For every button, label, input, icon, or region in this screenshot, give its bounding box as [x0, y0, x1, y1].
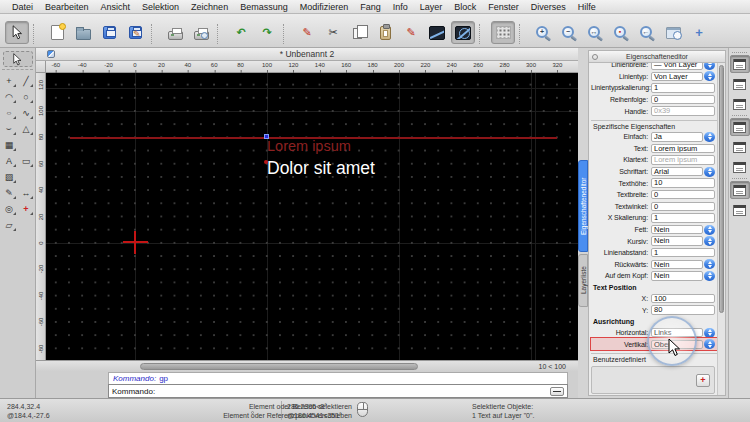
- reihenfolge-field[interactable]: 0: [651, 95, 715, 105]
- zoom-selection-button[interactable]: ▪: [609, 21, 633, 44]
- panel-menu-icon[interactable]: [592, 54, 598, 60]
- x-field[interactable]: 100: [651, 294, 715, 304]
- command-line-dock-toggle[interactable]: [730, 181, 750, 199]
- add-custom-property-button[interactable]: +: [696, 374, 710, 387]
- command-options-button[interactable]: [550, 387, 564, 396]
- schriftart-dropdown-button[interactable]: [704, 167, 715, 177]
- grid-toggle[interactable]: [491, 21, 515, 44]
- horizontal-scrollbar-thumb[interactable]: [140, 363, 418, 370]
- selected-text-entity[interactable]: Lorem ipsum: [267, 139, 351, 154]
- misc-draw-tool[interactable]: ✎: [1, 185, 17, 200]
- draft-mode-toggle[interactable]: [451, 21, 475, 44]
- solid-tool[interactable]: ▱: [1, 217, 17, 232]
- spline-tool[interactable]: ∿: [18, 105, 34, 120]
- polyline-tool[interactable]: ⌣: [1, 121, 17, 136]
- redo-button[interactable]: ↷: [255, 21, 279, 44]
- screen-linetypes-toggle[interactable]: [425, 21, 449, 44]
- dimension-tool[interactable]: ↔: [18, 185, 34, 200]
- menu-selektion[interactable]: Selektion: [136, 2, 185, 12]
- menu-hilfe[interactable]: Hilfe: [572, 2, 602, 12]
- draw-text-button[interactable]: ✎: [399, 21, 423, 44]
- zoom-window-button[interactable]: [661, 21, 685, 44]
- print-preview-button[interactable]: [189, 21, 213, 44]
- copy-button[interactable]: [347, 21, 371, 44]
- view-list-dock-toggle[interactable]: [730, 95, 750, 113]
- textbreite-field[interactable]: 0: [651, 190, 715, 200]
- horizontal-dropdown-button[interactable]: [704, 328, 715, 338]
- kursiv-dropdown-button[interactable]: [704, 236, 715, 246]
- menu-info[interactable]: Info: [387, 2, 414, 12]
- rückwärts-dropdown-button[interactable]: [704, 259, 715, 269]
- x-skalierung-field[interactable]: 1: [651, 213, 715, 223]
- document-title-bar[interactable]: * Unbenannt 2: [36, 48, 578, 61]
- layer-list-dock-toggle[interactable]: [730, 75, 750, 93]
- vertikal-field[interactable]: Oben: [651, 340, 703, 350]
- fett-dropdown-button[interactable]: [704, 225, 715, 235]
- textwinkel-field[interactable]: 0: [651, 202, 715, 212]
- edit-button[interactable]: ✎: [295, 21, 319, 44]
- point-tool[interactable]: +: [1, 73, 17, 88]
- shape-tool[interactable]: △: [18, 121, 34, 136]
- auf-dem-kopf-field[interactable]: Nein: [651, 271, 703, 281]
- arc-tool[interactable]: ◠: [1, 89, 17, 104]
- pan-button[interactable]: +: [687, 21, 711, 44]
- menu-bearbeiten[interactable]: Bearbeiten: [39, 2, 95, 12]
- linientyp-field[interactable]: Von Layer: [651, 72, 703, 82]
- block-list-dock-toggle[interactable]: [730, 118, 750, 136]
- cut-button[interactable]: ✂: [321, 21, 345, 44]
- image-tool[interactable]: ▨: [1, 169, 17, 184]
- rückwärts-field[interactable]: Nein: [651, 260, 703, 270]
- menu-ansicht[interactable]: Ansicht: [95, 2, 137, 12]
- tab-property-editor[interactable]: Eigenschafteneditor: [578, 160, 588, 252]
- circle-tool[interactable]: ○: [18, 89, 34, 104]
- einfach-field[interactable]: Ja: [651, 132, 703, 142]
- klartext-field[interactable]: Lorem ipsum: [651, 155, 715, 165]
- menu-layer[interactable]: Layer: [414, 2, 449, 12]
- linientyp-dropdown-button[interactable]: [704, 71, 715, 81]
- hatch-tool[interactable]: ▦: [1, 137, 17, 152]
- menu-fang[interactable]: Fang: [354, 2, 387, 12]
- new-file-button[interactable]: [45, 21, 69, 44]
- filter-dock-toggle[interactable]: [730, 138, 750, 156]
- panel-scrollbar[interactable]: [717, 63, 725, 395]
- handle-field[interactable]: 0x39: [651, 106, 715, 116]
- paste-button[interactable]: [373, 21, 397, 44]
- selection-filter-dock-toggle[interactable]: [730, 158, 750, 176]
- text-field[interactable]: Lorem ipsum: [651, 144, 715, 154]
- modify-tool[interactable]: ◎: [1, 201, 17, 216]
- save-as-button[interactable]: ✎: [123, 21, 147, 44]
- texthöhe-field[interactable]: 10: [651, 178, 715, 188]
- y-field[interactable]: 80: [651, 305, 715, 315]
- panel-scrollbar-thumb[interactable]: [719, 65, 724, 313]
- property-editor-dock-toggle[interactable]: [730, 55, 750, 73]
- snap-tool[interactable]: +: [18, 201, 34, 216]
- library-browser-dock-toggle[interactable]: [730, 201, 750, 219]
- text-tool[interactable]: A: [1, 153, 17, 168]
- print-button[interactable]: [163, 21, 187, 44]
- auf-dem-kopf-dropdown-button[interactable]: [704, 271, 715, 281]
- zoom-in-button[interactable]: +: [531, 21, 555, 44]
- line-tool[interactable]: ╱: [18, 73, 34, 88]
- menu-modifizieren[interactable]: Modifizieren: [294, 2, 355, 12]
- einfach-dropdown-button[interactable]: [704, 132, 715, 142]
- menu-zeichnen[interactable]: Zeichnen: [185, 2, 234, 12]
- linienabstand-field[interactable]: 1: [651, 248, 715, 258]
- ellipse-tool[interactable]: ○: [1, 105, 17, 120]
- viewport-tool[interactable]: ▭: [18, 153, 34, 168]
- auto-zoom-button[interactable]: ↔: [583, 21, 607, 44]
- horizontal-field[interactable]: Links: [651, 328, 703, 338]
- kursiv-field[interactable]: Nein: [651, 236, 703, 246]
- save-button[interactable]: [97, 21, 121, 44]
- menu-diverses[interactable]: Diverses: [525, 2, 572, 12]
- previous-view-button[interactable]: ←: [635, 21, 659, 44]
- menu-block[interactable]: Block: [448, 2, 482, 12]
- open-file-button[interactable]: [71, 21, 95, 44]
- text-entity[interactable]: Dolor sit amet: [267, 160, 375, 178]
- zoom-out-button[interactable]: −: [557, 21, 581, 44]
- fett-field[interactable]: Nein: [651, 225, 703, 235]
- command-input[interactable]: Kommando:: [108, 384, 568, 398]
- menu-fenster[interactable]: Fenster: [482, 2, 525, 12]
- menu-bemassung[interactable]: Bemassung: [234, 2, 294, 12]
- undo-button[interactable]: ↶: [229, 21, 253, 44]
- drawing-canvas[interactable]: Lorem ipsum Dolor sit amet: [46, 73, 578, 360]
